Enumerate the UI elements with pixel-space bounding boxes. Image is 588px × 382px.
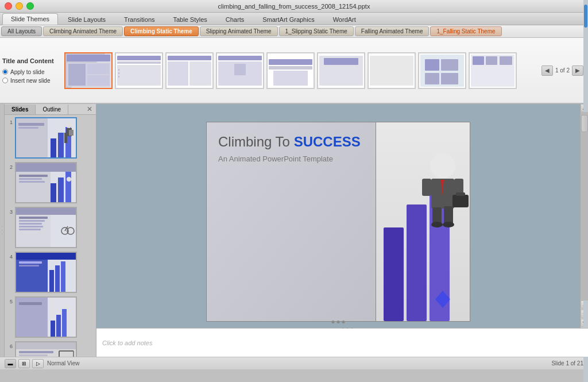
slide-thumbnail-5[interactable]	[15, 296, 77, 338]
svg-rect-49	[65, 172, 71, 203]
layout-thumb-7[interactable]	[368, 52, 416, 89]
svg-rect-16	[234, 64, 246, 75]
status-bar: ▬ ⊞ ▷ Normal View Slide 1 of 21	[0, 357, 588, 369]
panel-close-button[interactable]: ✕	[83, 104, 96, 114]
slide-thumbnail-6[interactable]	[15, 341, 77, 357]
svg-rect-26	[425, 73, 439, 84]
canvas-scroll-area: Climbing To SUCCESS An Animated PowerPoi…	[96, 104, 588, 328]
view-buttons: ▬ ⊞ ▷	[5, 359, 44, 368]
slide-item-4[interactable]: 4	[7, 252, 94, 293]
svg-rect-77	[19, 302, 42, 305]
tab-slides[interactable]: Slides	[5, 105, 36, 114]
theme-tab-climbing-static[interactable]: Climbing Static Theme	[124, 26, 199, 36]
theme-tab-climbing-animated[interactable]: Climbing Animated Theme	[43, 26, 123, 36]
tab-table-styles[interactable]: Table Styles	[165, 14, 216, 25]
prev-thumb-button[interactable]: ◀	[541, 65, 553, 76]
tab-smartart-graphics[interactable]: SmartArt Graphics	[254, 14, 323, 25]
svg-rect-57	[19, 217, 48, 219]
slide-thumbnail-2[interactable]	[15, 162, 77, 203]
left-resize-handle[interactable]: · · ·	[0, 104, 5, 357]
slide-item-2[interactable]: 2	[7, 162, 94, 203]
tab-transitions[interactable]: Transitions	[115, 14, 163, 25]
apply-to-slide-label: Apply to slide	[10, 69, 44, 75]
theme-tab-slipping-static[interactable]: 1_Slipping Static Theme	[279, 26, 354, 36]
layout-thumb-1[interactable]	[64, 52, 113, 89]
svg-rect-13	[189, 61, 211, 86]
layout-thumb-5[interactable]	[266, 52, 315, 89]
svg-rect-78	[19, 306, 39, 308]
theme-tab-slipping-animated[interactable]: Slipping Animated Theme	[200, 26, 278, 36]
ribbon-tabs: Slide Themes Slide Layouts Transitions T…	[0, 13, 588, 25]
layout-thumb-8[interactable]	[418, 52, 466, 89]
svg-rect-31	[500, 56, 512, 65]
slide-thumbnail-3[interactable]	[15, 207, 77, 248]
svg-rect-55	[16, 208, 77, 215]
svg-rect-0	[67, 55, 110, 61]
theme-tabs: All Layouts Climbing Animated Theme Clim…	[0, 25, 588, 38]
svg-rect-19	[273, 71, 308, 86]
theme-tab-all-layouts[interactable]: All Layouts	[1, 26, 42, 36]
notes-resize-handle[interactable]: • • •	[342, 326, 354, 331]
layout-thumb-6[interactable]	[317, 52, 365, 89]
notes-placeholder[interactable]: Click to add notes	[102, 339, 152, 346]
svg-rect-6	[117, 61, 161, 64]
maximize-button[interactable]	[26, 2, 34, 10]
slide-thumbnail-4[interactable]	[15, 252, 77, 293]
slide-number-5: 5	[7, 299, 13, 304]
slide-sorter-button[interactable]: ⊞	[18, 359, 30, 368]
svg-rect-71	[61, 261, 65, 293]
slide-thumbnail-1[interactable]	[15, 117, 77, 159]
theme-tab-falling-static[interactable]: 1_Falling Static Theme	[430, 26, 501, 36]
slide-item-3[interactable]: 3	[7, 207, 94, 248]
slide-subtitle: An Animated PowerPoint Template	[218, 155, 364, 163]
slide-item-1[interactable]: 1	[7, 117, 94, 159]
svg-rect-53	[19, 181, 45, 183]
window-controls[interactable]	[5, 2, 34, 10]
svg-point-103	[443, 222, 454, 227]
minimize-button[interactable]	[16, 2, 23, 10]
tab-wordart[interactable]: WordArt	[324, 14, 365, 25]
svg-rect-2	[68, 64, 86, 86]
svg-rect-18	[269, 66, 312, 70]
slide-item-5[interactable]: 5	[7, 296, 94, 338]
layout-thumb-4[interactable]	[216, 52, 264, 89]
canvas-scroll-dots	[332, 321, 345, 323]
theme-tab-falling-animated[interactable]: Falling Animated Theme	[355, 26, 430, 36]
apply-to-slide-option[interactable]: Apply to slide	[2, 69, 60, 75]
svg-rect-81	[62, 309, 67, 338]
svg-rect-40	[64, 133, 67, 143]
scroll-thumb[interactable]	[581, 115, 588, 132]
layout-thumb-9[interactable]	[469, 52, 517, 89]
svg-rect-30	[486, 56, 497, 65]
slide-number-3: 3	[7, 209, 13, 215]
vertical-scrollbar[interactable]: ▲ ▲ ▼ ▼	[580, 104, 588, 328]
svg-rect-91	[384, 227, 404, 321]
scroll-track[interactable]	[581, 112, 589, 300]
tab-slide-themes[interactable]: Slide Themes	[2, 13, 58, 25]
slideshow-button[interactable]: ▷	[32, 359, 44, 368]
svg-rect-24	[425, 59, 439, 71]
resize-dots-icon: • • •	[342, 326, 354, 331]
slide-item-6[interactable]: 6	[7, 341, 94, 357]
tab-slide-layouts[interactable]: Slide Layouts	[59, 14, 114, 25]
svg-rect-79	[51, 321, 55, 338]
layout-thumb-3[interactable]	[165, 52, 214, 89]
next-thumb-button[interactable]: ▶	[572, 65, 583, 76]
layout-title: Title and Content	[2, 57, 60, 64]
insert-new-slide-option[interactable]: Insert new slide	[2, 78, 60, 84]
svg-rect-47	[51, 183, 56, 203]
tab-charts[interactable]: Charts	[217, 14, 253, 25]
panel-scroll-thumb[interactable]	[584, 5, 587, 28]
apply-to-slide-radio[interactable]	[2, 69, 8, 75]
thumbnail-navigation: ◀ 1 of 2 ▶	[541, 65, 586, 76]
normal-view-button[interactable]: ▬	[5, 359, 16, 368]
svg-rect-41	[69, 130, 74, 136]
insert-new-slide-radio[interactable]	[2, 78, 8, 83]
close-button[interactable]	[5, 2, 12, 10]
slide-left-panel: Climbing To SUCCESS An Animated PowerPoi…	[207, 122, 376, 321]
slide-info: Slide 1 of 21	[551, 360, 583, 366]
slide-right-panel	[376, 122, 470, 321]
tab-outline[interactable]: Outline	[36, 105, 68, 114]
layout-thumb-2[interactable]: ≡ ≡ ≡	[115, 52, 163, 89]
canvas-main: Climbing To SUCCESS An Animated PowerPoi…	[96, 104, 580, 328]
